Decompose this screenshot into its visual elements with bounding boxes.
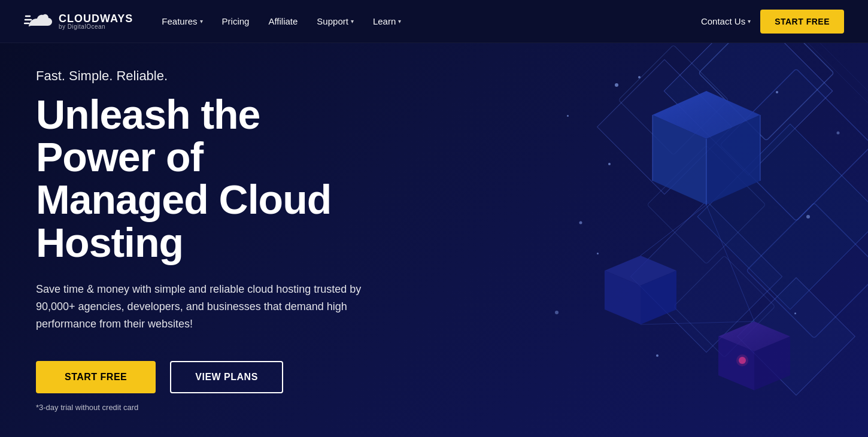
logo-title: CLOUDWAYS: [59, 13, 133, 24]
start-free-hero-button[interactable]: START FREE: [36, 361, 156, 393]
trial-note: *3-day trial without credit card: [36, 403, 383, 412]
nav-link-support[interactable]: Support ▾: [309, 11, 361, 31]
nav-link-features[interactable]: Features ▾: [154, 11, 210, 31]
svg-point-31: [837, 132, 840, 135]
logo-subtitle: by DigitalOcean: [59, 24, 133, 30]
svg-point-32: [555, 311, 559, 314]
nav-link-learn[interactable]: Learn ▾: [366, 11, 408, 31]
svg-line-25: [641, 205, 706, 256]
nav-item-learn: Learn ▾: [366, 11, 408, 31]
logo[interactable]: CLOUDWAYS by DigitalOcean: [24, 10, 133, 33]
contact-link[interactable]: Contact Us ▾: [701, 16, 751, 26]
svg-rect-7: [746, 203, 868, 338]
view-plans-button[interactable]: VIEW PLANS: [170, 361, 283, 393]
svg-point-28: [615, 83, 618, 87]
chevron-down-icon: ▾: [351, 18, 354, 25]
chevron-down-icon: ▾: [200, 18, 203, 25]
nav-link-pricing[interactable]: Pricing: [215, 11, 257, 31]
hero-graphics: [449, 43, 868, 437]
nav-menu: Features ▾ Pricing Affiliate Support ▾: [154, 11, 408, 31]
nav-item-pricing: Pricing: [215, 11, 257, 31]
hero-section: Fast. Simple. Reliable. Unleash the Powe…: [0, 43, 868, 437]
nav-left: CLOUDWAYS by DigitalOcean Features ▾ Pri…: [24, 10, 408, 33]
logo-text: CLOUDWAYS by DigitalOcean: [59, 13, 133, 30]
hero-content: Fast. Simple. Reliable. Unleash the Powe…: [0, 68, 419, 412]
nav-link-affiliate[interactable]: Affiliate: [261, 11, 305, 31]
svg-point-29: [806, 215, 810, 218]
chevron-down-icon: ▾: [398, 18, 401, 25]
hero-subtitle: Fast. Simple. Reliable.: [36, 68, 383, 84]
svg-line-27: [641, 321, 754, 324]
svg-point-24: [736, 354, 748, 366]
hero-description: Save time & money with simple and reliab…: [36, 281, 383, 332]
nav-item-affiliate: Affiliate: [261, 11, 305, 31]
hero-decorative-svg: [449, 43, 868, 437]
chevron-down-icon: ▾: [748, 18, 751, 25]
svg-line-34: [820, 43, 868, 91]
navbar: CLOUDWAYS by DigitalOcean Features ▾ Pri…: [0, 0, 868, 43]
nav-right: Contact Us ▾ START FREE: [701, 10, 844, 34]
start-free-nav-button[interactable]: START FREE: [760, 10, 844, 34]
svg-point-30: [579, 221, 582, 224]
svg-line-33: [808, 43, 868, 103]
nav-item-features: Features ▾: [154, 11, 210, 31]
hero-buttons: START FREE VIEW PLANS: [36, 361, 383, 393]
logo-icon: [24, 10, 53, 33]
svg-line-26: [706, 205, 754, 321]
hero-title: Unleash the Power of Managed Cloud Hosti…: [36, 93, 383, 265]
nav-item-support: Support ▾: [309, 11, 361, 31]
